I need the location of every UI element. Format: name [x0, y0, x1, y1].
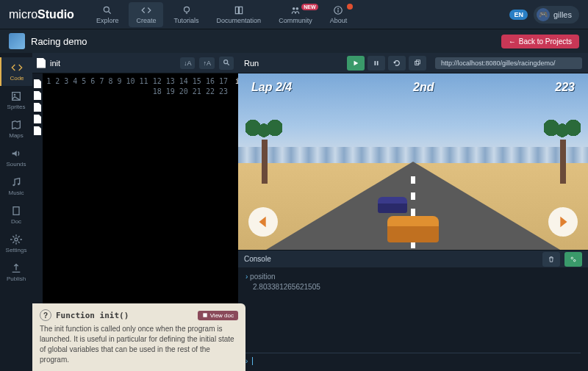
file-icon: [37, 58, 46, 68]
gear-icon: [10, 234, 22, 245]
file-bar: init ↓A ↑A: [32, 53, 238, 73]
url-bar[interactable]: http://localhost:8080/gilles/racingdemo/: [435, 57, 582, 69]
reload-button[interactable]: [388, 56, 406, 71]
nav-about[interactable]: About: [323, 2, 355, 27]
arrow-left-icon: ←: [509, 37, 516, 46]
ai-car: [378, 197, 407, 213]
detach-button[interactable]: [409, 56, 426, 71]
project-info: Racing demo: [9, 33, 87, 49]
svg-rect-4: [239, 7, 242, 13]
sort-asc-button[interactable]: ↓A: [180, 57, 196, 69]
book-icon: [202, 312, 208, 318]
mountains: [238, 147, 588, 163]
svg-rect-20: [377, 61, 379, 65]
svg-rect-9: [338, 10, 339, 12]
file-icon[interactable]: [34, 103, 41, 112]
help-panel: ? Function init() View doc The init func…: [32, 303, 245, 371]
content: init ↓A ↑A 1 2 3 4 5 6 7 8 9 10 11 12 13…: [32, 53, 588, 371]
reload-icon: [393, 60, 401, 67]
help-title: Function init(): [56, 311, 193, 320]
hud-score: 223: [555, 81, 575, 94]
sidebar-code[interactable]: Code: [0, 57, 32, 86]
svg-point-12: [12, 184, 15, 187]
svg-point-2: [184, 7, 189, 12]
arrow-left-icon: [255, 214, 271, 230]
nav-explore[interactable]: Explore: [89, 2, 126, 27]
main: Code Sprites Maps Sounds Music Doc Setti…: [0, 53, 588, 371]
hud-lap: Lap 2/4: [251, 81, 292, 94]
top-nav: microStudio Explore Create Tutorials Doc…: [0, 0, 588, 29]
notification-dot: [347, 4, 353, 10]
code-icon: [141, 5, 151, 15]
help-icon: ?: [40, 309, 51, 321]
user-menu[interactable]: 🎮gilles: [534, 6, 579, 24]
svg-rect-21: [415, 61, 419, 65]
svg-line-1: [109, 11, 111, 13]
code-icon: [11, 62, 23, 73]
language-selector[interactable]: EN: [509, 10, 528, 20]
svg-point-23: [571, 257, 573, 259]
nav-documentation[interactable]: Documentation: [209, 2, 269, 27]
help-body: The init function is called only once wh…: [40, 324, 238, 365]
search-button[interactable]: [219, 57, 234, 70]
steer-left-button[interactable]: [248, 207, 278, 237]
pause-button[interactable]: [368, 56, 385, 71]
player-car: [387, 216, 439, 242]
file-icon[interactable]: [34, 79, 41, 88]
sidebar-sounds[interactable]: Sounds: [0, 143, 32, 172]
svg-line-17: [227, 63, 229, 65]
run-pane: Run http://localhost:8080/gilles/racingd…: [238, 53, 588, 371]
svg-point-15: [15, 238, 18, 241]
console-settings-button[interactable]: [564, 252, 582, 267]
lightbulb-icon: [182, 5, 192, 15]
search-icon: [223, 59, 230, 66]
view-doc-button[interactable]: View doc: [198, 311, 238, 320]
file-icon[interactable]: [34, 91, 41, 100]
sidebar-settings[interactable]: Settings: [0, 229, 32, 258]
search-icon: [102, 5, 112, 15]
logo: microStudio: [9, 8, 74, 21]
sidebar: Code Sprites Maps Sounds Music Doc Setti…: [0, 53, 32, 371]
console-body[interactable]: › position 2.803381265621505 ›: [238, 267, 588, 371]
sort-desc-button[interactable]: ↑A: [199, 57, 215, 69]
console-output: 2.803381265621505: [245, 282, 581, 292]
svg-rect-14: [13, 207, 19, 215]
map-icon: [10, 119, 22, 131]
svg-point-0: [104, 7, 109, 12]
sidebar-maps[interactable]: Maps: [0, 115, 32, 143]
upload-icon: [10, 262, 22, 274]
nav-create[interactable]: Create: [129, 2, 163, 27]
svg-point-11: [14, 94, 16, 96]
sound-icon: [10, 148, 22, 159]
sidebar-publish[interactable]: Publish: [0, 258, 32, 287]
clear-console-button[interactable]: [542, 252, 560, 267]
svg-rect-3: [235, 7, 238, 13]
project-name: Racing demo: [31, 36, 87, 47]
run-bar: Run http://localhost:8080/gilles/racingd…: [238, 53, 588, 73]
image-icon: [10, 90, 22, 102]
svg-point-8: [338, 7, 340, 9]
file-icon[interactable]: [34, 115, 41, 123]
new-badge: NEW: [301, 4, 318, 10]
file-icon[interactable]: [34, 126, 41, 135]
svg-point-24: [573, 259, 576, 262]
nav-community[interactable]: CommunityNEW: [271, 2, 320, 27]
nav-items: Explore Create Tutorials Documentation C…: [89, 2, 510, 27]
play-button[interactable]: [347, 56, 365, 71]
trash-icon: [548, 256, 555, 263]
game-view[interactable]: Lap 2/4 2nd 223: [238, 73, 588, 250]
steer-right-button[interactable]: [548, 207, 578, 237]
sidebar-doc[interactable]: Doc: [0, 201, 32, 229]
book-icon: [234, 5, 244, 15]
svg-point-6: [295, 7, 298, 9]
music-icon: [10, 176, 22, 188]
nav-tutorials[interactable]: Tutorials: [166, 2, 206, 27]
back-to-projects-button[interactable]: ←Back to Projects: [501, 35, 579, 48]
sidebar-music[interactable]: Music: [0, 172, 32, 201]
gears-icon: [570, 256, 577, 263]
sidebar-sprites[interactable]: Sprites: [0, 86, 32, 115]
top-right: EN 🎮gilles: [509, 6, 579, 24]
file-name: init: [50, 59, 176, 68]
svg-point-16: [224, 60, 228, 63]
svg-rect-19: [375, 61, 376, 65]
